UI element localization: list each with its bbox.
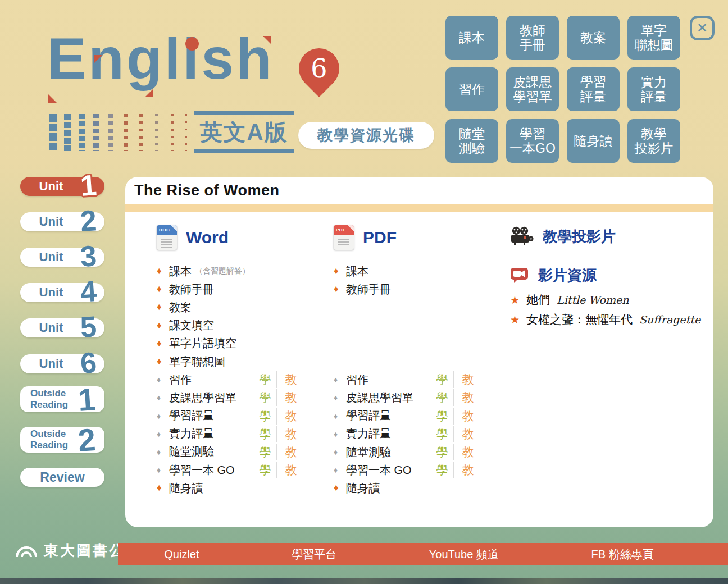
pdf-item-pirls-sheet: ♦ 皮課思學習單 學教 <box>334 389 481 407</box>
student-version-link[interactable]: 學 <box>431 372 453 387</box>
word-section-title: Word <box>186 228 229 247</box>
nav-button-quiz[interactable]: 隨堂 測驗 <box>445 119 498 163</box>
word-item-workbook: ♦ 習作 學教 <box>157 371 304 389</box>
word-item-study-go: ♦ 學習一本 GO 學教 <box>157 461 304 479</box>
diamond-bullet-icon: ♦ <box>334 412 346 421</box>
student-version-link[interactable]: 學 <box>254 372 276 387</box>
video-resources-header: 影片資源 <box>510 266 597 285</box>
teacher-version-link[interactable]: 教 <box>277 408 304 424</box>
nav-button-teacher-manual[interactable]: 教師 手冊 <box>506 16 559 60</box>
student-version-link[interactable]: 學 <box>254 408 276 424</box>
teacher-version-link[interactable]: 教 <box>277 462 304 478</box>
sidebar-item-unit-4[interactable]: Unit 4 <box>20 283 104 302</box>
diamond-bullet-icon: ♦ <box>157 448 169 457</box>
teacher-version-link[interactable]: 教 <box>277 372 304 387</box>
nav-button-textbook[interactable]: 課本 <box>445 16 498 60</box>
desktop-edge-strip <box>0 578 728 584</box>
word-item-vocab-cloze[interactable]: ♦ 單字片語填空 <box>157 335 304 353</box>
diamond-bullet-icon: ♦ <box>157 430 169 439</box>
nav-button-ability-assess[interactable]: 實力 評量 <box>627 67 680 111</box>
diamond-bullet-icon: ♦ <box>157 302 169 313</box>
student-version-link[interactable]: 學 <box>254 462 276 478</box>
nav-button-teaching-slides[interactable]: 教學 投影片 <box>627 119 680 163</box>
pdf-item-textbook[interactable]: ♦ 課本 <box>334 262 481 280</box>
diamond-bullet-icon: ♦ <box>334 393 346 402</box>
video-camera-icon <box>510 267 529 285</box>
edition-bottom-bar <box>194 149 294 153</box>
publisher-arc-icon <box>15 543 38 559</box>
word-item-quiz: ♦ 隨堂測驗 學教 <box>157 443 304 461</box>
star-bullet-icon: ★ <box>510 313 520 326</box>
pdf-item-teacher-manual[interactable]: ♦ 教師手冊 <box>334 280 481 298</box>
teacher-version-link[interactable]: 教 <box>454 444 481 460</box>
student-version-link[interactable]: 學 <box>431 462 453 478</box>
nav-button-learning-assess[interactable]: 學習 評量 <box>567 67 620 111</box>
sidebar-item-unit-2[interactable]: Unit 2 <box>20 212 104 231</box>
movie-item-suffragette[interactable]: ★ 女權之聲：無懼年代 Suffragette <box>510 312 707 331</box>
diamond-bullet-icon: ♦ <box>334 284 346 295</box>
teaching-slides-title: 教學投影片 <box>543 227 616 247</box>
word-item-cloze[interactable]: ♦ 課文填空 <box>157 317 304 335</box>
student-version-link[interactable]: 學 <box>254 444 276 460</box>
sidebar-item-review[interactable]: Review <box>20 468 104 487</box>
word-item-word-map[interactable]: ♦ 單字聯想圖 <box>157 353 304 371</box>
sidebar-item-outside-reading-2[interactable]: Outside Reading 2 <box>20 427 104 453</box>
pdf-section-title: PDF <box>363 228 397 247</box>
diamond-bullet-icon: ♦ <box>334 482 346 494</box>
teacher-version-link[interactable]: 教 <box>454 462 481 478</box>
footer-link-platform[interactable]: 學習平台 <box>292 547 336 562</box>
student-version-link[interactable]: 學 <box>431 444 453 460</box>
teacher-version-link[interactable]: 教 <box>277 444 304 460</box>
diamond-bullet-icon: ♦ <box>334 430 346 439</box>
sidebar-item-unit-5[interactable]: Unit 5 <box>20 318 104 337</box>
footer-link-facebook[interactable]: FB 粉絲專頁 <box>592 547 654 562</box>
teacher-version-link[interactable]: 教 <box>277 390 304 405</box>
student-version-link[interactable]: 學 <box>431 426 453 442</box>
teacher-version-link[interactable]: 教 <box>454 390 481 405</box>
diamond-bullet-icon: ♦ <box>157 266 169 277</box>
teacher-version-link[interactable]: 教 <box>454 426 481 442</box>
nav-button-workbook[interactable]: 習作 <box>445 67 498 111</box>
nav-button-pirls-sheet[interactable]: 皮課思 學習單 <box>506 67 559 111</box>
student-version-link[interactable]: 學 <box>431 408 453 424</box>
word-item-lesson-plan[interactable]: ♦ 教案 <box>157 298 304 316</box>
pdf-item-study-go: ♦ 學習一本 GO 學教 <box>334 461 481 479</box>
diamond-bullet-icon: ♦ <box>157 338 169 349</box>
diamond-bullet-icon: ♦ <box>334 448 346 457</box>
close-button[interactable]: ✕ <box>690 16 715 40</box>
word-item-pocket-reader[interactable]: ♦ 隨身讀 <box>157 479 304 497</box>
sidebar-item-unit-6[interactable]: Unit 6 <box>20 354 104 373</box>
teacher-version-link[interactable]: 教 <box>454 372 481 387</box>
footer-link-youtube[interactable]: YouTube 頻道 <box>429 547 499 562</box>
sidebar-item-unit-3[interactable]: Unit 3 <box>20 248 104 267</box>
star-bullet-icon: ★ <box>510 294 520 307</box>
unit-title: The Rise of Women <box>134 182 280 199</box>
teacher-version-link[interactable]: 教 <box>454 408 481 424</box>
pdf-file-list: ♦ 課本 ♦ 教師手冊 ♦ 習作 學教 ♦ 皮課思學習單 學教 ♦ 學習評量 學… <box>334 262 481 497</box>
teacher-version-link[interactable]: 教 <box>277 426 304 442</box>
diamond-bullet-icon: ♦ <box>157 466 169 474</box>
nav-button-word-map[interactable]: 單字 聯想圖 <box>627 16 680 60</box>
nav-button-lesson-plan[interactable]: 教案 <box>567 16 620 60</box>
english-logo: English <box>47 29 274 88</box>
movie-item-little-women[interactable]: ★ 她們 Little Women <box>510 292 707 312</box>
footer-link-quizlet[interactable]: Quizlet <box>164 548 199 561</box>
diamond-bullet-icon: ♦ <box>334 375 346 384</box>
word-item-learning-assess: ♦ 學習評量 學教 <box>157 407 304 425</box>
nav-button-pocket-reader[interactable]: 隨身讀 <box>567 119 620 163</box>
word-item-ability-assess: ♦ 實力評量 學教 <box>157 425 304 443</box>
nav-button-study-go[interactable]: 學習 一本GO <box>506 119 559 163</box>
student-version-link[interactable]: 學 <box>431 390 453 405</box>
word-item-teacher-manual[interactable]: ♦ 教師手冊 <box>157 280 304 298</box>
student-version-link[interactable]: 學 <box>254 390 276 405</box>
word-item-textbook[interactable]: ♦ 課本 （含習題解答） <box>157 262 304 280</box>
pdf-item-learning-assess: ♦ 學習評量 學教 <box>334 407 481 425</box>
diamond-bullet-icon: ♦ <box>157 393 169 402</box>
pdf-item-pocket-reader[interactable]: ♦ 隨身讀 <box>334 479 481 497</box>
sidebar-item-unit-1[interactable]: Unit 1 <box>20 177 104 196</box>
logo-red-accent <box>48 94 57 103</box>
sidebar-item-outside-reading-1[interactable]: Outside Reading 1 <box>20 386 104 412</box>
student-version-link[interactable]: 學 <box>254 426 276 442</box>
teaching-slides-link[interactable]: 教學投影片 <box>510 226 616 247</box>
diamond-bullet-icon: ♦ <box>157 284 169 295</box>
